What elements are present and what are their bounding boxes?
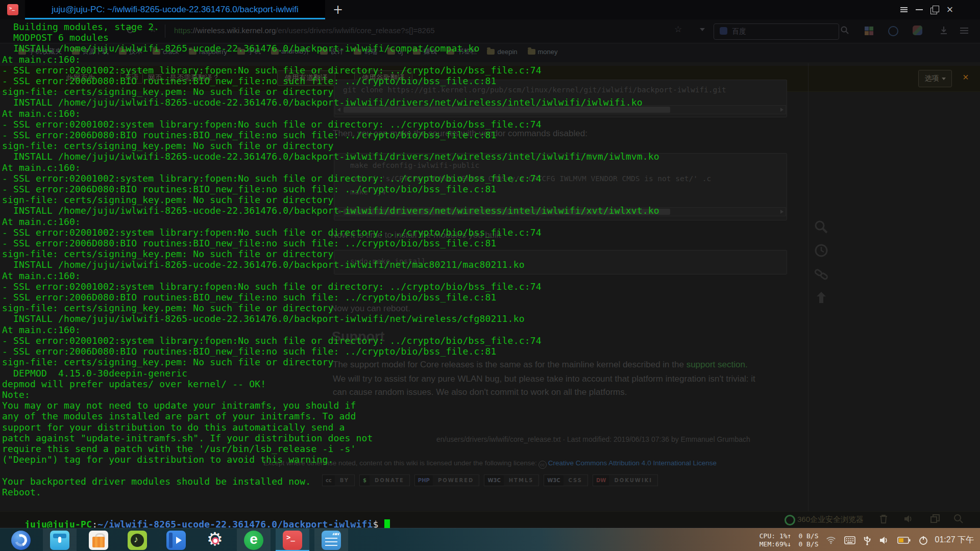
- 360-logo-icon: [785, 515, 795, 525]
- taskbar-clock[interactable]: 01:27 下午: [935, 535, 974, 545]
- browser-brand-label: 360企业安全浏览器: [797, 515, 864, 524]
- dock: [4, 529, 353, 551]
- active-tab-indicator: [25, 18, 325, 19]
- window-menu-button[interactable]: [896, 0, 912, 19]
- windows-icon[interactable]: [930, 514, 940, 524]
- terminal-tab-title: juju@juju-PC: ~/iwlwifi-8265-ucode-22.36…: [52, 5, 299, 15]
- dock-item-movie[interactable]: [159, 529, 193, 551]
- dock-item-browser-360[interactable]: [237, 529, 271, 551]
- dock-item-control-center[interactable]: [198, 529, 232, 551]
- new-tab-button[interactable]: +: [329, 0, 347, 19]
- search-magnifier-icon[interactable]: [840, 26, 849, 35]
- page-search-icon[interactable]: [814, 219, 829, 235]
- terminal-app-icon: [7, 4, 18, 15]
- translate-options-button[interactable]: 选项: [918, 70, 952, 87]
- search-placeholder: 百度: [732, 27, 746, 36]
- scroll-right-icon[interactable]: [778, 106, 786, 113]
- page-tools: [814, 219, 829, 305]
- baidu-paw-icon: [720, 27, 727, 35]
- terminal-tab[interactable]: juju@juju-PC: ~/iwlwifi-8265-ucode-22.36…: [25, 0, 325, 19]
- control-center-icon: [205, 531, 225, 550]
- launcher-icon: [11, 531, 31, 550]
- old-revisions-clock-icon[interactable]: [814, 243, 829, 258]
- back-to-top-icon[interactable]: [814, 290, 829, 305]
- wifi-icon[interactable]: [826, 536, 836, 545]
- terminal-icon: [283, 531, 302, 550]
- translate-close-icon[interactable]: ×: [963, 72, 969, 82]
- dock-item-terminal[interactable]: [276, 529, 309, 551]
- zoom-icon[interactable]: [953, 514, 964, 524]
- download-icon[interactable]: [939, 26, 948, 35]
- trash-icon[interactable]: [879, 514, 888, 524]
- support-section-link[interactable]: support section.: [687, 360, 748, 369]
- file-manager-icon: [50, 531, 69, 550]
- dock-item-text-editor[interactable]: [314, 529, 348, 551]
- translate-options-label: 选项: [925, 74, 939, 83]
- tray-icons: [826, 535, 928, 545]
- taskbar: CPU: 1%↑0 B/S MEM:69%↓0 B/S 01:27 下午: [0, 528, 980, 551]
- desktop: juju@juju-PC: ~/iwlwifi-8265-ucode-22.36…: [0, 0, 980, 551]
- terminal-output: Building modules, stage 2. MODPOST 6 mod…: [2, 21, 659, 497]
- dock-item-app-store[interactable]: [82, 529, 115, 551]
- terminal-titlebar[interactable]: juju@juju-PC: ~/iwlwifi-8265-ucode-22.36…: [0, 0, 980, 19]
- power-icon[interactable]: [919, 536, 928, 545]
- favorite-star-icon[interactable]: ☆: [674, 24, 682, 35]
- mem-usage: MEM:69%↓: [760, 540, 792, 548]
- extension-icon[interactable]: [913, 26, 922, 35]
- restore-button[interactable]: [927, 0, 942, 19]
- dock-item-launcher[interactable]: [4, 529, 38, 551]
- adblock-icon[interactable]: [888, 26, 898, 36]
- backlinks-chain-icon[interactable]: [814, 266, 829, 282]
- app-store-icon: [89, 531, 108, 550]
- system-monitor[interactable]: CPU: 1%↑0 B/S MEM:69%↓0 B/S: [760, 532, 819, 548]
- dock-item-file-manager[interactable]: [43, 529, 77, 551]
- cpu-usage: CPU: 1%↑: [760, 532, 792, 540]
- movie-icon: [166, 531, 186, 550]
- close-button[interactable]: ×: [942, 0, 958, 19]
- terminal-output-area[interactable]: Building modules, stage 2. MODPOST 6 mod…: [2, 21, 659, 497]
- system-tray: CPU: 1%↑0 B/S MEM:69%↓0 B/S 01:27 下午: [760, 529, 974, 551]
- usb-icon[interactable]: [864, 535, 871, 545]
- volume-icon[interactable]: [879, 536, 889, 545]
- apps-grid-icon[interactable]: [865, 27, 873, 35]
- text-editor-icon: [322, 531, 341, 550]
- mem-rate: 0 B/S: [798, 540, 818, 548]
- dock-item-music[interactable]: [120, 529, 154, 551]
- browser-menu-icon[interactable]: [960, 26, 968, 35]
- browser-360-icon: [244, 531, 263, 550]
- chevron-down-icon[interactable]: [700, 28, 705, 31]
- scroll-right-icon[interactable]: [778, 208, 786, 215]
- minimize-button[interactable]: [912, 0, 927, 19]
- music-icon: [128, 531, 147, 550]
- keyboard-icon[interactable]: [844, 536, 855, 544]
- battery-icon[interactable]: [897, 537, 911, 544]
- cpu-rate: 0 B/S: [798, 532, 818, 540]
- content-divider: [808, 63, 808, 512]
- speaker-icon[interactable]: [903, 514, 914, 524]
